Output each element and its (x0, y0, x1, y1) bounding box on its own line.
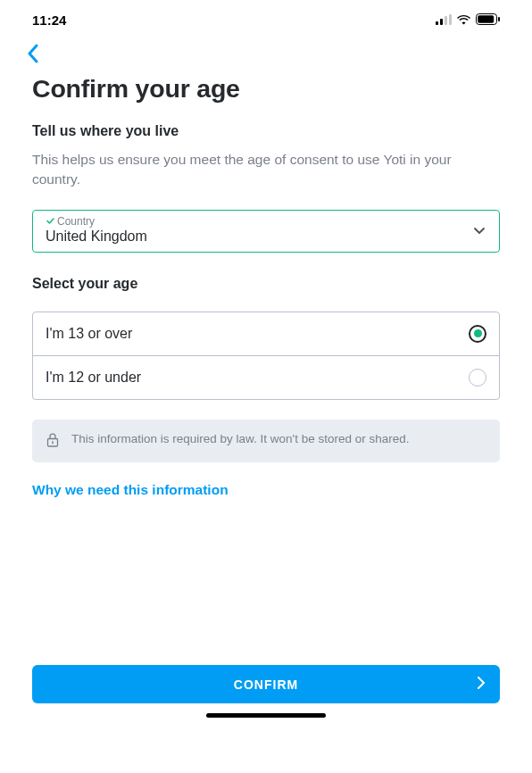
cellular-icon (436, 12, 452, 28)
confirm-button[interactable]: CONFIRM (32, 665, 500, 703)
home-indicator (206, 713, 326, 718)
age-radio-group: I'm 13 or over I'm 12 or under (32, 312, 500, 400)
check-icon (46, 216, 55, 226)
svg-rect-0 (436, 21, 438, 25)
location-heading: Tell us where you live (32, 123, 500, 139)
chevron-down-icon (472, 223, 486, 237)
radio-selected-icon (469, 325, 486, 343)
location-description: This helps us ensure you meet the age of… (32, 150, 500, 190)
age-option-over[interactable]: I'm 13 or over (33, 312, 499, 355)
svg-rect-6 (498, 17, 500, 21)
age-option-under[interactable]: I'm 12 or under (33, 355, 499, 399)
svg-rect-5 (478, 15, 494, 23)
why-link[interactable]: Why we need this information (32, 482, 229, 498)
svg-rect-3 (449, 14, 452, 25)
radio-unselected-icon (469, 369, 486, 386)
country-value: United Kingdom (46, 229, 472, 245)
country-dropdown[interactable]: Country United Kingdom (32, 210, 500, 253)
clock: 11:24 (32, 12, 66, 28)
confirm-label: CONFIRM (234, 677, 298, 692)
wifi-icon (456, 12, 471, 28)
info-box: This information is required by law. It … (32, 420, 500, 462)
chevron-right-icon (477, 676, 486, 693)
age-option-under-label: I'm 12 or under (46, 370, 141, 386)
info-text: This information is required by law. It … (71, 431, 410, 448)
svg-rect-1 (440, 19, 443, 25)
page-title: Confirm your age (32, 74, 500, 104)
age-heading: Select your age (32, 276, 500, 292)
status-icons (436, 12, 500, 28)
age-option-over-label: I'm 13 or over (46, 326, 132, 342)
svg-rect-8 (52, 441, 54, 444)
back-button[interactable] (27, 35, 39, 65)
lock-icon (46, 433, 59, 451)
svg-rect-2 (445, 16, 447, 25)
status-bar: 11:24 (0, 0, 532, 35)
chevron-left-icon (27, 44, 39, 63)
battery-icon (476, 12, 500, 28)
country-label-text: Country (57, 216, 95, 227)
